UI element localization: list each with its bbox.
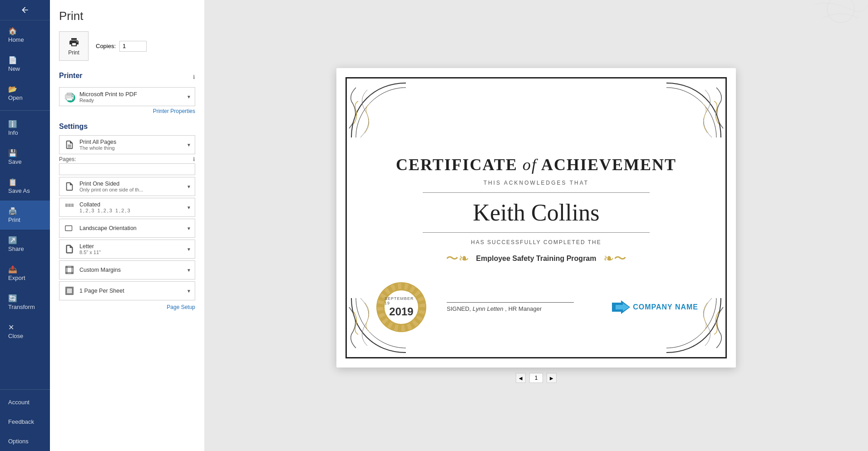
cert-completed: HAS SUCCESSFULLY COMPLETED THE bbox=[374, 239, 698, 245]
printer-device-icon bbox=[63, 90, 76, 103]
certificate-wrapper: CERTIFICATE of ACHIEVEMENT THIS ACKNOWLE… bbox=[336, 68, 736, 368]
settings-section: Settings Print All Pages The whole thing… bbox=[59, 123, 195, 310]
paper-size-arrow: ▼ bbox=[187, 247, 191, 252]
open-icon: 📂 bbox=[8, 85, 17, 93]
save-as-icon: 📋 bbox=[8, 178, 17, 186]
copies-area: Copies: bbox=[96, 41, 147, 52]
cert-bottom: SEPTEMBER 19 2019 SIGNED, Lynn Letten bbox=[347, 280, 725, 334]
print-button[interactable]: Print bbox=[59, 31, 89, 61]
collate-sub: 1,2,3 1,2,3 1,2,3 bbox=[79, 208, 187, 213]
orientation-icon bbox=[63, 222, 76, 235]
seal-inner: SEPTEMBER 19 2019 bbox=[383, 289, 419, 325]
cert-swirl-right: ❧〜 bbox=[603, 250, 626, 267]
cert-program: Employee Safety Training Program bbox=[476, 255, 597, 263]
cert-recipient-name: Keith Collins bbox=[374, 199, 698, 226]
sidebar-item-open[interactable]: 📂 Open bbox=[0, 78, 50, 108]
cert-divider-2 bbox=[423, 232, 650, 233]
orientation-arrow: ▼ bbox=[187, 226, 191, 231]
share-icon: ↗️ bbox=[8, 236, 17, 245]
transform-icon: 🔄 bbox=[8, 294, 17, 303]
sidebar-item-transform[interactable]: 🔄 Transform bbox=[0, 288, 50, 317]
cert-corner-tl bbox=[347, 78, 410, 142]
sidebar-divider-1 bbox=[0, 110, 50, 111]
prev-page-button[interactable]: ◀ bbox=[516, 373, 526, 383]
setting-print-range[interactable]: Print All Pages The whole thing ▼ bbox=[59, 135, 195, 154]
seal-outer: SEPTEMBER 19 2019 bbox=[376, 282, 426, 332]
cert-company: COMPANY NAME bbox=[612, 300, 698, 314]
sidebar-item-share[interactable]: ↗️ Share bbox=[0, 230, 50, 259]
sides-arrow: ▼ bbox=[187, 184, 191, 189]
copies-input[interactable] bbox=[119, 41, 147, 52]
next-page-button[interactable]: ▶ bbox=[547, 373, 557, 383]
svg-point-4 bbox=[72, 96, 73, 97]
sidebar-item-close[interactable]: ✕ Close bbox=[0, 317, 50, 346]
sidebar-item-account[interactable]: Account bbox=[0, 392, 50, 412]
sidebar-item-new[interactable]: 📄 New bbox=[0, 49, 50, 78]
printer-info: Microsoft Print to PDF Ready bbox=[79, 91, 185, 103]
cert-title: CERTIFICATE of ACHIEVEMENT bbox=[374, 155, 698, 174]
pages-info-icon[interactable]: ℹ bbox=[193, 156, 195, 162]
settings-panel: Print Print Copies: Printer ℹ bbox=[50, 0, 204, 451]
sidebar-item-print[interactable]: 🖨️ Print bbox=[0, 201, 50, 230]
printer-section-header: Printer bbox=[59, 72, 83, 80]
printer-name: Microsoft Print to PDF bbox=[79, 91, 185, 98]
paper-icon bbox=[63, 243, 76, 255]
page-number-input[interactable] bbox=[529, 373, 543, 383]
print-range-main: Print All Pages bbox=[79, 139, 187, 145]
printer-info-icon[interactable]: ℹ bbox=[193, 74, 195, 80]
print-range-arrow: ▼ bbox=[187, 142, 191, 147]
per-sheet-arrow: ▼ bbox=[187, 289, 191, 294]
sidebar-item-feedback[interactable]: Feedback bbox=[0, 412, 50, 431]
svg-rect-3 bbox=[67, 98, 72, 101]
pages-row: Pages: ℹ bbox=[59, 156, 195, 175]
setting-margins[interactable]: Custom Margins ▼ bbox=[59, 260, 195, 279]
cert-content: CERTIFICATE of ACHIEVEMENT THIS ACKNOWLE… bbox=[347, 155, 725, 281]
cert-swirl-left: 〜❧ bbox=[446, 250, 469, 267]
info-icon: ℹ️ bbox=[8, 120, 17, 128]
setting-paper-size[interactable]: Letter 8.5" x 11" ▼ bbox=[59, 240, 195, 259]
main-content: Print Print Copies: Printer ℹ bbox=[50, 0, 868, 451]
print-panel: Print Print Copies: Printer ℹ bbox=[50, 0, 868, 451]
sidebar-item-home[interactable]: 🏠 Home bbox=[0, 20, 50, 49]
setting-collate[interactable]: Collated 1,2,3 1,2,3 1,2,3 ▼ bbox=[59, 198, 195, 217]
export-icon: 📤 bbox=[8, 265, 17, 274]
sidebar-item-save[interactable]: 💾 Save bbox=[0, 142, 50, 172]
sig-text: SIGNED, Lynn Letten , HR Manager bbox=[447, 305, 612, 312]
page-setup-link[interactable]: Page Setup bbox=[59, 304, 195, 310]
company-logo: COMPANY NAME bbox=[612, 300, 698, 314]
printer-selector[interactable]: Microsoft Print to PDF Ready ▼ bbox=[59, 87, 195, 106]
pages-input[interactable] bbox=[59, 163, 195, 175]
sidebar-item-export[interactable]: 📤 Export bbox=[0, 259, 50, 288]
setting-per-sheet[interactable]: 1 Page Per Sheet ▼ bbox=[59, 281, 195, 300]
back-button[interactable] bbox=[0, 0, 50, 20]
company-logo-icon bbox=[612, 300, 630, 314]
sides-sub: Only print on one side of th... bbox=[79, 187, 187, 192]
printer-icon bbox=[69, 37, 79, 48]
sidebar-item-info[interactable]: ℹ️ Info bbox=[0, 113, 50, 142]
setting-orientation[interactable]: Landscape Orientation ▼ bbox=[59, 219, 195, 238]
print-button-area: Print Copies: bbox=[59, 31, 195, 61]
pages-icon bbox=[63, 138, 76, 151]
sidebar-item-save-as[interactable]: 📋 Save As bbox=[0, 172, 50, 201]
close-icon: ✕ bbox=[8, 323, 14, 332]
setting-sides[interactable]: Print One Sided Only print on one side o… bbox=[59, 177, 195, 196]
printer-properties-link[interactable]: Printer Properties bbox=[59, 108, 195, 114]
svg-rect-7 bbox=[71, 204, 74, 207]
sidebar-bottom: Account Feedback Options bbox=[0, 387, 50, 451]
svg-rect-2 bbox=[67, 93, 72, 95]
cert-program-area: 〜❧ Employee Safety Training Program ❧〜 bbox=[374, 250, 698, 267]
page-title: Print bbox=[59, 9, 195, 23]
svg-rect-8 bbox=[65, 226, 72, 231]
sidebar-item-options[interactable]: Options bbox=[0, 431, 50, 451]
printer-status: Ready bbox=[79, 98, 185, 103]
margins-icon bbox=[63, 264, 76, 276]
collate-main: Collated bbox=[79, 201, 187, 208]
sidebar-divider-2 bbox=[0, 389, 50, 390]
seal-year: 2019 bbox=[389, 305, 413, 318]
per-sheet-icon bbox=[63, 284, 76, 297]
bg-decoration bbox=[732, 0, 868, 27]
per-sheet-main: 1 Page Per Sheet bbox=[79, 288, 187, 294]
cert-seal: SEPTEMBER 19 2019 bbox=[374, 280, 429, 334]
new-icon: 📄 bbox=[8, 56, 17, 64]
svg-rect-6 bbox=[68, 204, 71, 207]
